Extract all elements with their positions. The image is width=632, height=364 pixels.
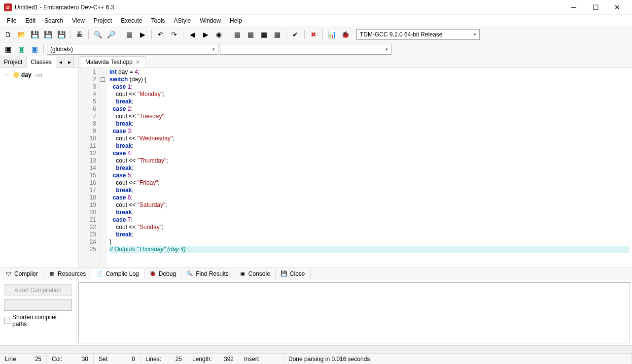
code-lines[interactable]: int day = 4;switch (day) { case 1: cout …	[106, 68, 632, 267]
nav-bookmark3-button[interactable]: ▣	[29, 43, 40, 55]
grid1-button[interactable]: ▦	[231, 29, 243, 40]
code-editor[interactable]: 1234567891011121314151617181920212223242…	[79, 68, 632, 267]
grid3-button[interactable]: ▦	[258, 29, 270, 40]
bottom-tab-debug[interactable]: 🐞Debug	[144, 269, 181, 279]
save-button[interactable]: 💾	[29, 29, 40, 40]
print-button[interactable]: 🖶	[73, 29, 85, 40]
save-all-button[interactable]: 💾	[42, 29, 54, 40]
status-col-value: 30	[82, 356, 88, 363]
bottom-tab-find-results[interactable]: 🔍Find Results	[181, 269, 234, 279]
menu-search[interactable]: Search	[40, 16, 67, 25]
menu-project[interactable]: Project	[90, 16, 116, 25]
close-window-button[interactable]: ✕	[606, 0, 628, 14]
undo-button[interactable]: ↶	[155, 29, 167, 40]
bookmark-button[interactable]: ◉	[213, 29, 225, 40]
toolbar-separator	[151, 30, 152, 39]
menu-edit[interactable]: Edit	[21, 16, 39, 25]
back-button[interactable]: ◀	[186, 29, 198, 40]
shorten-paths-input[interactable]	[4, 318, 10, 324]
tab-icon: 📄	[96, 270, 103, 277]
new-file-button[interactable]: 🗋	[2, 29, 14, 40]
chevron-down-icon: ▾	[212, 47, 215, 52]
fold-gutter[interactable]: -	[100, 68, 106, 267]
menu-window[interactable]: Window	[196, 16, 225, 25]
tab-icon: 🐞	[149, 270, 156, 277]
toolbar-separator	[88, 30, 89, 39]
run-button[interactable]: ▶	[137, 29, 148, 40]
compiler-select[interactable]: TDM-GCC 9.2.0 64-bit Release ▾	[356, 29, 480, 40]
file-tab[interactable]: Malavida Test.cpp ✕	[80, 56, 145, 67]
maximize-button[interactable]: ☐	[585, 0, 606, 14]
compile-controls: Abort Compilation Shorten compiler paths	[0, 280, 76, 345]
shorten-paths-label: Shorten compiler paths	[12, 314, 72, 328]
main-toolbar: 🗋 📂 💾 💾 💾 🖶 🔍 🔎 ▦ ▶ ↶ ↷ ◀ ▶ ◉ ▦ ▦ ▦ ▦ ✔ …	[0, 27, 632, 42]
bottom-panel: 🛡Compiler▦Resources📄Compile Log🐞Debug🔍Fi…	[0, 267, 632, 353]
replace-button[interactable]: 🔎	[105, 29, 117, 40]
stop-button[interactable]: ✖	[308, 29, 319, 40]
sidebar: Project Classes ◂ ▸ ⋯ day : int	[0, 56, 79, 267]
abort-compilation-button[interactable]: Abort Compilation	[4, 284, 72, 296]
file-tabs: Malavida Test.cpp ✕	[79, 56, 632, 68]
menubar: FileEditSearchViewProjectExecuteToolsASt…	[0, 15, 632, 27]
window-title: Untitled1 - Embarcadero Dev-C++ 6.3	[15, 4, 563, 11]
menu-tools[interactable]: Tools	[147, 16, 169, 25]
menu-astyle[interactable]: AStyle	[170, 16, 195, 25]
menu-file[interactable]: File	[3, 16, 20, 25]
status-line-value: 25	[35, 356, 41, 363]
nav-bookmark1-button[interactable]: ▣	[2, 43, 14, 55]
check-button[interactable]: ✔	[289, 29, 301, 40]
bottom-tab-resources[interactable]: ▦Resources	[43, 269, 91, 279]
bottom-tab-compile-log[interactable]: 📄Compile Log	[91, 269, 144, 279]
tree-item-name: day	[21, 71, 32, 78]
tree-item-type: : int	[34, 72, 42, 78]
bottom-tab-compiler[interactable]: 🛡Compiler	[0, 269, 43, 279]
status-length-label: Length:	[192, 356, 212, 363]
status-lines-value: 25	[176, 356, 182, 363]
status-lines-label: Lines:	[145, 356, 161, 363]
open-file-button[interactable]: 📂	[15, 29, 27, 40]
scope-combo[interactable]: (globals) ▾	[47, 44, 218, 55]
file-tab-label: Malavida Test.cpp	[85, 59, 133, 66]
compile-button[interactable]: ▦	[123, 29, 135, 40]
tab-icon: 🔍	[186, 270, 193, 277]
symbol-combo[interactable]: ▾	[220, 44, 391, 55]
menu-view[interactable]: View	[68, 16, 89, 25]
bottom-tab-close[interactable]: 💾Close	[276, 269, 311, 279]
navbar: ▣ ▣ ▣ (globals) ▾ ▾	[0, 42, 632, 56]
redo-button[interactable]: ↷	[168, 29, 180, 40]
main-area: Project Classes ◂ ▸ ⋯ day : int Malavida…	[0, 56, 632, 267]
find-button[interactable]: 🔍	[92, 29, 104, 40]
menu-execute[interactable]: Execute	[117, 16, 146, 25]
status-line-label: Line:	[5, 356, 18, 363]
horizontal-scrollbar[interactable]	[0, 345, 632, 353]
toolbar-separator	[286, 30, 286, 39]
status-insert-mode: Insert	[244, 356, 259, 363]
tab-label: Resources	[58, 270, 86, 277]
bottom-tab-console[interactable]: ▣Console	[234, 269, 276, 279]
toolbar-separator	[43, 44, 44, 54]
bottom-body: Abort Compilation Shorten compiler paths	[0, 280, 632, 345]
tab-label: Compile Log	[105, 270, 139, 277]
minimize-button[interactable]: ─	[563, 0, 585, 14]
sidebar-nav-right[interactable]: ▸	[65, 56, 74, 67]
grid4-button[interactable]: ▦	[271, 29, 283, 40]
nav-bookmark2-button[interactable]: ▣	[15, 43, 27, 55]
sidebar-tab-classes[interactable]: Classes	[27, 56, 56, 68]
sidebar-nav-left[interactable]: ◂	[56, 56, 65, 67]
tree-indent-icon: ⋯	[5, 71, 11, 78]
debug-button[interactable]: 🐞	[339, 29, 351, 40]
close-tab-icon[interactable]: ✕	[136, 59, 140, 66]
shorten-paths-checkbox[interactable]: Shorten compiler paths	[4, 314, 72, 328]
compile-log-output[interactable]	[78, 282, 630, 343]
menu-help[interactable]: Help	[226, 16, 246, 25]
grid2-button[interactable]: ▦	[245, 29, 256, 40]
forward-button[interactable]: ▶	[200, 29, 211, 40]
status-length-value: 392	[224, 356, 234, 363]
tree-item[interactable]: ⋯ day : int	[2, 71, 76, 79]
toolbar-separator	[183, 30, 183, 39]
save-as-button[interactable]: 💾	[55, 29, 67, 40]
profile-button[interactable]: 📊	[326, 29, 338, 40]
toolbar-separator	[120, 30, 120, 39]
blank-button[interactable]	[4, 299, 72, 311]
sidebar-tab-project[interactable]: Project	[0, 56, 27, 67]
